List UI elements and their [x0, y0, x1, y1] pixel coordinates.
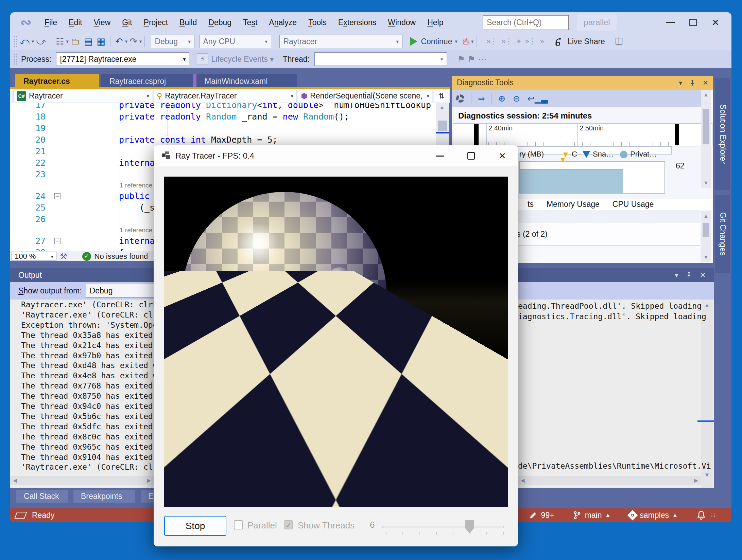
output-scrollbar[interactable]: ▲ ▼ — [701, 300, 713, 488]
menu-project[interactable]: Project — [138, 18, 174, 27]
hot-reload-icon[interactable]: 🔥︎ — [462, 36, 470, 48]
toolbar-grip[interactable] — [13, 36, 18, 47]
minimize-button[interactable] — [659, 14, 682, 31]
menu-build[interactable]: Build — [174, 18, 203, 27]
live-share-button[interactable]: Live Share — [555, 36, 605, 47]
side-tab-solution-explorer[interactable]: Solution Explorer — [715, 78, 730, 190]
lifecycle-events-dropdown[interactable]: Lifecycle Events ▾ — [211, 55, 274, 64]
window-position-icon[interactable]: ▾ — [675, 271, 678, 279]
stop-button[interactable]: Stop — [164, 516, 226, 536]
save-all-icon[interactable]: ▦ — [97, 36, 106, 47]
process-dropdown[interactable]: [27712] Raytracer.exe▾ — [56, 52, 189, 66]
ray-tracer-window[interactable]: Ray Tracer - FPS: 0.4 ✕ — [154, 145, 518, 546]
continue-play-icon[interactable] — [410, 37, 417, 46]
code-line-18[interactable]: 18private readonly Random _rand = new Ra… — [10, 111, 436, 123]
profile-button[interactable]: parallel — [577, 14, 617, 31]
search-input[interactable] — [483, 18, 591, 27]
save-icon[interactable]: ▤ — [84, 36, 93, 47]
process-memory-chart[interactable]: ▼ — [519, 161, 665, 194]
output-hscrollbar-right[interactable]: ◀▶ — [518, 476, 701, 485]
show-threads-checkbox[interactable]: ✓ — [284, 520, 293, 529]
output-hscrollbar-left[interactable]: ◀▶ — [10, 476, 154, 485]
flag-icons[interactable]: ⚑ ⚑ ⋯ — [457, 54, 487, 65]
resize-grip[interactable]: ⁝⁝ — [711, 512, 717, 519]
rt-maximize-button[interactable] — [455, 145, 487, 166]
window-position-icon[interactable]: ▾ — [679, 79, 682, 87]
menu-analyze[interactable]: Analyze — [263, 18, 303, 27]
zoom-in-icon[interactable]: ⊕ — [498, 94, 505, 104]
zoom-out-icon[interactable]: ⊖ — [513, 94, 520, 104]
solution-platform-dropdown[interactable]: Any CPU▾ — [199, 35, 271, 48]
side-tab-git-changes[interactable]: Git Changes — [715, 195, 730, 273]
undo-icon[interactable]: ↶ — [115, 36, 123, 47]
code-line-17[interactable]: 17private readonly Dictionary<int, doubl… — [10, 103, 436, 111]
thread-dropdown[interactable]: ▾ — [314, 52, 447, 66]
pin-icon[interactable] — [686, 272, 692, 278]
editor-zoom-dropdown[interactable]: 100 %▾ — [12, 252, 56, 261]
navigate-back-icon[interactable]: ⤺ — [20, 36, 30, 47]
notifications-bell-icon[interactable] — [696, 510, 706, 520]
dt-tab-ts[interactable]: ts — [528, 200, 534, 209]
rt-close-button[interactable]: ✕ — [487, 145, 518, 166]
member-dropdown[interactable]: ⬢ RenderSequential(Scene scene,▾ — [298, 90, 432, 102]
menu-edit[interactable]: Edit — [63, 18, 88, 27]
close-icon[interactable]: ✕ — [703, 79, 708, 87]
pending-changes-button[interactable]: 99+ — [529, 511, 554, 520]
split-editor-button[interactable]: ⇅ — [434, 90, 449, 102]
code-line-20[interactable]: 20private const int MaxDepth = 5; — [10, 134, 436, 146]
type-dropdown[interactable]: ⚲ Raytracer.RayTracer▾ — [154, 90, 296, 102]
parallel-checkbox[interactable] — [234, 520, 243, 529]
doc-tab-raytracer.cs[interactable]: Raytracer.cs — [15, 74, 99, 88]
bottom-tab-breakpoints[interactable]: Breakpoints — [73, 490, 135, 503]
settings-gear-icon[interactable] — [456, 94, 464, 103]
menu-file[interactable]: File — [39, 18, 63, 27]
new-project-icon[interactable]: ☷ — [56, 36, 64, 47]
debug-step-icons[interactable]: »⋮»⋮⌖»⋮» — [484, 37, 546, 46]
scroll-up-icon[interactable]: ▲ — [439, 104, 445, 111]
menu-test[interactable]: Test — [237, 18, 263, 27]
rt-minimize-button[interactable] — [424, 145, 455, 166]
fold-collapse-icon[interactable]: − — [54, 193, 61, 199]
menu-git[interactable]: Git — [116, 18, 138, 27]
events-scrollbar[interactable]: ▲ ▼ — [701, 211, 711, 262]
project-dropdown[interactable]: C# Raytracer▾ — [14, 90, 152, 102]
menu-tools[interactable]: Tools — [303, 18, 332, 27]
code-health-icon[interactable]: ⚒ — [60, 252, 67, 261]
close-icon[interactable]: ✕ — [700, 271, 706, 279]
dt-tab-memory-usage[interactable]: Memory Usage — [547, 200, 600, 209]
menu-help[interactable]: Help — [421, 18, 449, 27]
menu-extensions[interactable]: Extensions — [332, 18, 382, 27]
timeline-selection-start[interactable] — [474, 124, 479, 145]
editor-scrollbar-thumb[interactable] — [438, 121, 447, 131]
diagnostic-tools-header[interactable]: Diagnostic Tools ▾ ✕ — [452, 76, 713, 90]
doc-tab-mainwindow.xaml[interactable]: MainWindow.xaml — [196, 74, 297, 88]
redo-icon[interactable]: ↷ — [130, 36, 137, 47]
add-user-icon[interactable]: ⎅ — [615, 36, 623, 47]
doc-tab-raytracer.csproj[interactable]: Raytracer.csproj — [101, 74, 193, 88]
code-line-19[interactable]: 19 — [10, 123, 436, 134]
maximize-button[interactable] — [682, 14, 704, 31]
diagnostics-timeline[interactable]: 2:40min 2:50min — [453, 123, 712, 146]
export-icon[interactable]: ⇒ — [478, 94, 485, 104]
fold-collapse-icon[interactable]: − — [54, 238, 61, 244]
ray-tracer-title-bar[interactable]: Ray Tracer - FPS: 0.4 ✕ — [154, 145, 518, 166]
branch-button[interactable]: main▲ — [573, 511, 611, 520]
menu-view[interactable]: View — [88, 18, 116, 27]
navigate-forward-icon[interactable]: ⤻ — [36, 36, 46, 47]
continue-button[interactable]: Continue — [421, 37, 452, 46]
pin-icon[interactable] — [689, 79, 696, 86]
lifecycle-events-icon[interactable]: ⚡︎ — [197, 53, 208, 65]
threads-slider[interactable] — [382, 526, 504, 528]
close-button[interactable]: ✕ — [704, 14, 727, 31]
repository-button[interactable]: samples▲ — [629, 511, 678, 520]
menu-debug[interactable]: Debug — [203, 18, 237, 27]
open-folder-icon[interactable]: 🗀 — [71, 36, 80, 47]
startup-project-dropdown[interactable]: Raytracer▾ — [279, 35, 402, 48]
bottom-tab-call-stack[interactable]: Call Stack — [16, 490, 68, 503]
search-box[interactable] — [483, 15, 569, 30]
menu-window[interactable]: Window — [382, 18, 421, 27]
diagnostics-scrollbar[interactable]: ▲ ▼ — [701, 90, 711, 188]
dt-tab-cpu-usage[interactable]: CPU Usage — [612, 200, 654, 209]
solution-configuration-dropdown[interactable]: Debug▾ — [151, 35, 194, 48]
reset-view-icon[interactable]: ↩▁▃ — [528, 94, 548, 104]
